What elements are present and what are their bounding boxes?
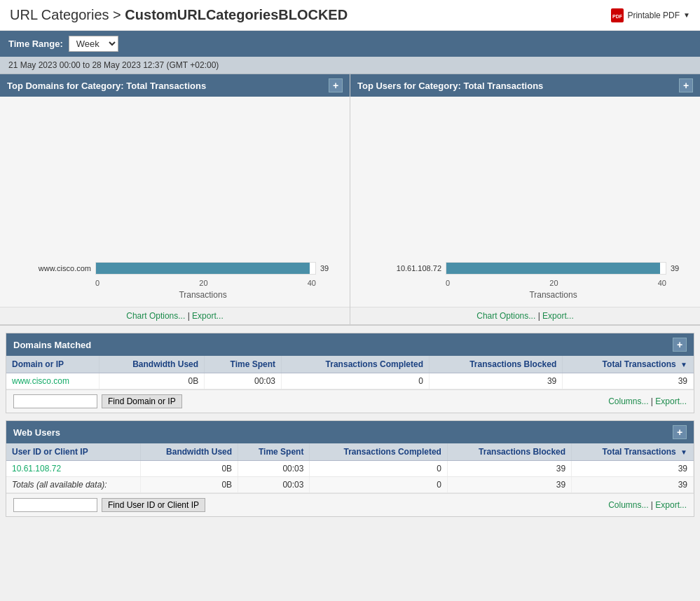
toolbar: Time Range: Hour Day Week Month Year (0, 31, 700, 57)
web-users-totals-label: Totals (all available data): (6, 477, 140, 493)
domains-find-btn[interactable]: Find Domain or IP (102, 394, 182, 408)
web-users-row-bandwidth: 0B (140, 461, 238, 477)
web-users-col-user[interactable]: User ID or Client IP (6, 443, 140, 461)
domains-export-link[interactable]: Export... (655, 396, 687, 406)
domains-col-tx-total[interactable]: Total Transactions ▼ (563, 356, 694, 373)
chart-left: Top Domains for Category: Total Transact… (0, 74, 350, 324)
chart-right-bar-value: 39 (671, 264, 686, 272)
web-users-row-time: 00:03 (238, 461, 310, 477)
chart-right-bar-label: 10.61.108.72 (364, 264, 441, 272)
domains-row-tx-blocked: 39 (429, 373, 562, 389)
domains-row-domain: www.cisco.com (6, 373, 99, 389)
page-title: URL Categories > CustomURLCategoriesBLOC… (10, 7, 348, 23)
web-users-totals-time: 00:03 (238, 477, 310, 493)
domains-table-row: www.cisco.com 0B 00:03 0 39 39 (6, 373, 694, 389)
time-range-select[interactable]: Hour Day Week Month Year (69, 36, 118, 52)
domains-section: Domains Matched + Domain or IP Bandwidth… (6, 333, 694, 413)
domains-find-input[interactable] (13, 394, 97, 408)
chart-left-body: www.cisco.com 39 0 20 40 Transactions (0, 97, 350, 307)
web-users-find-btn[interactable]: Find User ID or Client IP (102, 498, 205, 512)
chart-right-xlabel: Transactions (364, 290, 686, 300)
chart-left-x-tick-0: 0 (95, 279, 99, 287)
web-users-col-bandwidth[interactable]: Bandwidth Used (140, 443, 238, 461)
domains-col-tx-completed[interactable]: Transactions Completed (282, 356, 430, 373)
chart-right-options-bar: Chart Options... | Export... (350, 307, 700, 324)
web-users-row-tx-completed: 0 (310, 461, 447, 477)
chart-left-header: Top Domains for Category: Total Transact… (0, 74, 350, 97)
domains-columns-link[interactable]: Columns... (608, 396, 648, 406)
web-users-footer: Find User ID or Client IP Columns... | E… (6, 493, 694, 516)
web-users-row-user: 10.61.108.72 (6, 461, 140, 477)
web-users-section: Web Users + User ID or Client IP Bandwid… (6, 420, 694, 517)
chart-left-bar-label: www.cisco.com (14, 264, 91, 272)
web-users-col-time[interactable]: Time Spent (238, 443, 310, 461)
pdf-arrow-icon: ▼ (683, 11, 690, 19)
domains-row-tx-total: 39 (563, 373, 694, 389)
pdf-link[interactable]: PDF Printable PDF ▼ (611, 8, 690, 22)
chart-right-plus-btn[interactable]: + (679, 78, 693, 92)
web-users-plus-btn[interactable]: + (673, 425, 687, 439)
domains-col-bandwidth[interactable]: Bandwidth Used (99, 356, 205, 373)
web-users-row-tx-blocked: 39 (447, 461, 571, 477)
chart-left-xlabel: Transactions (14, 290, 336, 300)
web-users-totals-tx-blocked: 39 (447, 477, 571, 493)
chart-left-options-bar: Chart Options... | Export... (0, 307, 350, 324)
domains-table-header-row: Domain or IP Bandwidth Used Time Spent T… (6, 356, 694, 373)
chart-right-x-tick-40: 40 (658, 279, 666, 287)
web-users-find-input[interactable] (13, 498, 97, 512)
web-users-totals-bandwidth: 0B (140, 477, 238, 493)
chart-left-bar-value: 39 (320, 264, 336, 272)
web-users-columns-link[interactable]: Columns... (608, 500, 648, 510)
chart-right-x-tick-20: 20 (549, 279, 558, 287)
web-users-user-link[interactable]: 10.61.108.72 (12, 464, 61, 474)
chart-right-bar-fill (446, 263, 660, 274)
domains-sort-arrow: ▼ (680, 361, 687, 368)
domains-domain-link[interactable]: www.cisco.com (12, 376, 69, 386)
domains-plus-btn[interactable]: + (673, 338, 687, 352)
chart-left-export-link[interactable]: Export... (192, 311, 224, 321)
web-users-export-link[interactable]: Export... (655, 500, 687, 510)
chart-left-bar-fill (96, 263, 310, 274)
chart-left-options-link[interactable]: Chart Options... (126, 311, 185, 321)
web-users-sort-arrow: ▼ (680, 448, 687, 456)
web-users-totals-row: Totals (all available data): 0B 00:03 0 … (6, 477, 694, 493)
chart-right: Top Users for Category: Total Transactio… (350, 74, 700, 324)
domains-col-tx-blocked[interactable]: Transactions Blocked (429, 356, 562, 373)
domains-find-row: Find Domain or IP (13, 394, 182, 408)
svg-text:PDF: PDF (612, 14, 623, 19)
web-users-col-tx-blocked[interactable]: Transactions Blocked (447, 443, 571, 461)
web-users-table: User ID or Client IP Bandwidth Used Time… (6, 443, 694, 493)
chart-left-x-tick-20: 20 (199, 279, 207, 287)
domains-row-tx-completed: 0 (282, 373, 430, 389)
chart-right-body: 10.61.108.72 39 0 20 40 Transactions (350, 97, 700, 307)
time-range-label: Time Range: (8, 39, 63, 49)
chart-left-x-tick-40: 40 (308, 279, 316, 287)
main-content: Domains Matched + Domain or IP Bandwidth… (0, 333, 700, 524)
date-range-bar: 21 May 2023 00:00 to 28 May 2023 12:37 (… (0, 57, 700, 74)
charts-row: Top Domains for Category: Total Transact… (0, 74, 700, 326)
web-users-totals-tx-total: 39 (572, 477, 694, 493)
chart-right-header: Top Users for Category: Total Transactio… (350, 74, 700, 97)
chart-right-options-link[interactable]: Chart Options... (476, 311, 535, 321)
web-users-totals-tx-completed: 0 (310, 477, 447, 493)
domains-section-header: Domains Matched + (6, 333, 694, 356)
web-users-col-export: Columns... | Export... (608, 500, 687, 510)
web-users-row-tx-total: 39 (572, 461, 694, 477)
web-users-col-tx-completed[interactable]: Transactions Completed (310, 443, 447, 461)
domains-col-export: Columns... | Export... (608, 396, 687, 406)
domains-footer: Find Domain or IP Columns... | Export... (6, 389, 694, 413)
web-users-table-row: 10.61.108.72 0B 00:03 0 39 39 (6, 461, 694, 477)
pdf-icon: PDF (611, 8, 624, 22)
domains-col-domain[interactable]: Domain or IP (6, 356, 99, 373)
domains-col-time[interactable]: Time Spent (205, 356, 282, 373)
page-title-bar: URL Categories > CustomURLCategoriesBLOC… (0, 0, 700, 31)
pdf-label: Printable PDF (627, 11, 680, 20)
chart-right-x-tick-0: 0 (446, 279, 450, 287)
chart-left-plus-btn[interactable]: + (329, 78, 343, 92)
web-users-header-row: User ID or Client IP Bandwidth Used Time… (6, 443, 694, 461)
domains-row-bandwidth: 0B (99, 373, 205, 389)
chart-right-export-link[interactable]: Export... (542, 311, 574, 321)
web-users-find-row: Find User ID or Client IP (13, 498, 205, 512)
domains-table: Domain or IP Bandwidth Used Time Spent T… (6, 356, 694, 389)
web-users-col-tx-total[interactable]: Total Transactions ▼ (572, 443, 694, 461)
